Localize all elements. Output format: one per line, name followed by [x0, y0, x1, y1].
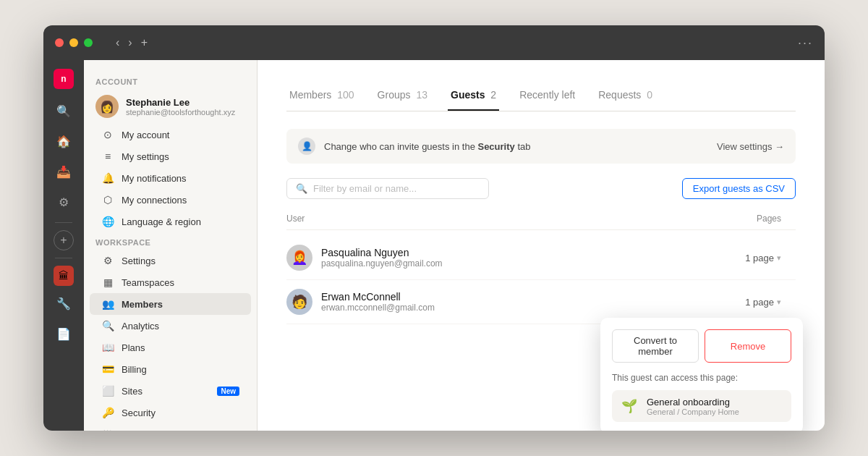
notifications-icon: 🔔 [101, 172, 114, 185]
tab-members[interactable]: Members 100 [286, 83, 357, 111]
members-icon: 👥 [101, 297, 114, 311]
language-icon: 🌐 [101, 215, 114, 228]
settings-icon-btn[interactable]: ⚙ [51, 189, 77, 215]
sites-icon: ⬜ [101, 384, 114, 397]
sidebar-divider-2 [55, 258, 72, 258]
my-connections-label: My connections [122, 195, 239, 206]
search-input[interactable] [313, 183, 480, 194]
user-name: Pasqualina Nguyen [321, 247, 443, 258]
plans-icon: 📖 [101, 341, 114, 354]
convert-to-member-button[interactable]: Convert to member [612, 329, 699, 363]
home-icon-btn[interactable]: 🏠 [51, 128, 77, 154]
sidebar-item-teamspaces[interactable]: ▦ Teamspaces [90, 271, 251, 293]
billing-icon: 💳 [101, 363, 114, 376]
user-email: erwan.mcconnell@gmail.com [321, 303, 435, 313]
col-user-header: User [286, 214, 680, 224]
settings-icon: ⚙ [101, 254, 114, 267]
user-profile: 👩 Stephanie Lee stephanie@toolsforthough… [84, 89, 257, 124]
nav-buttons: ‹ › + [116, 36, 148, 49]
info-icon: 👤 [298, 138, 315, 155]
popup-page-item[interactable]: 🌱 General onboarding General / Company H… [612, 390, 791, 422]
requests-count: 0 [647, 89, 652, 101]
app-window: ‹ › + ··· n 🔍 🏠 📥 ⚙ + 🏛 🔧 📄 Account [43, 25, 825, 431]
popup-actions: Convert to member Remove [612, 329, 791, 363]
sidebar-item-plans[interactable]: 📖 Plans [90, 337, 251, 358]
new-tab-button[interactable]: + [141, 36, 148, 49]
sidebar-item-settings[interactable]: ⚙ Settings [90, 250, 251, 271]
popup-access-label: This guest can access this page: [612, 373, 791, 383]
user-info: Stephanie Lee stephanie@toolsforthought.… [126, 97, 235, 117]
page-icon-btn[interactable]: 📄 [51, 321, 77, 347]
pages-value[interactable]: 1 page ▾ [680, 297, 796, 308]
user-details: Pasqualina Nguyen pasqualina.nguyen@gmai… [321, 247, 443, 269]
table-header: User Pages [286, 211, 796, 230]
info-banner-text: Change who can invite guests in the Secu… [324, 141, 708, 152]
my-settings-icon: ≡ [101, 150, 114, 163]
back-button[interactable]: ‹ [116, 36, 119, 49]
sidebar-item-language-region[interactable]: 🌐 Language & region [90, 211, 251, 232]
pages-value[interactable]: 1 page ▾ [680, 253, 796, 263]
tab-requests[interactable]: Requests 0 [595, 83, 655, 111]
minimize-button[interactable] [69, 38, 78, 47]
settings-sidebar: Account 👩 Stephanie Lee stephanie@toolsf… [84, 60, 258, 431]
avatar: 👩 [95, 95, 119, 118]
sidebar-item-analytics[interactable]: 🔍 Analytics [90, 315, 251, 337]
icon-sidebar: n 🔍 🏠 📥 ⚙ + 🏛 🔧 📄 [43, 60, 84, 431]
tab-guests[interactable]: Guests 2 [448, 83, 499, 111]
tab-groups[interactable]: Groups 13 [375, 83, 430, 111]
search-input-wrap[interactable]: 🔍 [286, 178, 489, 199]
sidebar-item-my-account[interactable]: ⊙ My account [90, 124, 251, 145]
popup-page-info: General onboarding General / Company Hom… [647, 397, 739, 416]
sidebar-divider [55, 222, 72, 223]
sidebar-item-my-connections[interactable]: ⬡ My connections [90, 189, 251, 211]
sites-label: Sites [122, 386, 210, 397]
add-icon-btn[interactable]: + [54, 230, 74, 250]
export-guests-button[interactable]: Export guests as CSV [682, 178, 796, 199]
plans-label: Plans [122, 342, 239, 353]
maximize-button[interactable] [84, 38, 93, 47]
user-row-info: 👩‍🦰 Pasqualina Nguyen pasqualina.nguyen@… [286, 245, 680, 271]
tab-recently-left[interactable]: Recently left [516, 83, 578, 111]
titlebar: ‹ › + ··· [43, 25, 825, 60]
identity-icon: 🛡 [101, 428, 114, 431]
user-row-info: 🧑 Erwan McConnell erwan.mcconnell@gmail.… [286, 289, 680, 315]
remove-guest-button[interactable]: Remove [705, 329, 791, 363]
forward-button[interactable]: › [128, 36, 132, 49]
sidebar-item-my-notifications[interactable]: 🔔 My notifications [90, 167, 251, 189]
avatar: 👩‍🦰 [286, 245, 312, 271]
sidebar-item-my-settings[interactable]: ≡ My settings [90, 145, 251, 167]
my-account-icon: ⊙ [101, 128, 114, 141]
close-button[interactable] [55, 38, 64, 47]
favorite-icon[interactable]: 🏛 [54, 266, 74, 286]
sidebar-item-sites[interactable]: ⬜ Sites New [90, 380, 251, 402]
tool-icon-btn[interactable]: 🔧 [51, 290, 77, 316]
sidebar-item-identity-provisioning[interactable]: 🛡 Identity & provisioning [90, 423, 251, 431]
my-settings-label: My settings [122, 151, 239, 162]
view-settings-button[interactable]: View settings → [717, 141, 784, 152]
sidebar-item-billing[interactable]: 💳 Billing [90, 358, 251, 380]
sidebar-item-members[interactable]: 👥 Members [90, 293, 251, 315]
user-name: Stephanie Lee [126, 97, 235, 108]
search-icon-btn[interactable]: 🔍 [51, 98, 77, 124]
avatar: 🧑 [286, 289, 312, 315]
members-count: 100 [337, 89, 354, 101]
settings-label: Settings [122, 256, 239, 266]
more-options-button[interactable]: ··· [798, 35, 813, 51]
app-body: n 🔍 🏠 📥 ⚙ + 🏛 🔧 📄 Account 👩 Stephanie Le… [43, 60, 825, 431]
inbox-icon-btn[interactable]: 📥 [51, 159, 77, 185]
security-icon: 🔑 [101, 406, 114, 419]
tabs-row: Members 100 Groups 13 Guests 2 Recently … [286, 83, 796, 111]
analytics-icon: 🔍 [101, 319, 114, 332]
app-logo[interactable]: n [54, 69, 74, 89]
connections-icon: ⬡ [101, 193, 114, 206]
col-pages-header: Pages [680, 214, 796, 224]
main-content: Members 100 Groups 13 Guests 2 Recently … [258, 60, 825, 431]
chevron-down-icon: ▾ [777, 253, 781, 263]
my-account-label: My account [122, 130, 239, 140]
page-icon: 🌱 [619, 396, 639, 416]
popup-page-name: General onboarding [647, 397, 739, 408]
info-banner: 👤 Change who can invite guests in the Se… [286, 129, 796, 164]
user-details: Erwan McConnell erwan.mcconnell@gmail.co… [321, 291, 435, 313]
security-label: Security [122, 408, 239, 418]
sidebar-item-security[interactable]: 🔑 Security [90, 402, 251, 423]
